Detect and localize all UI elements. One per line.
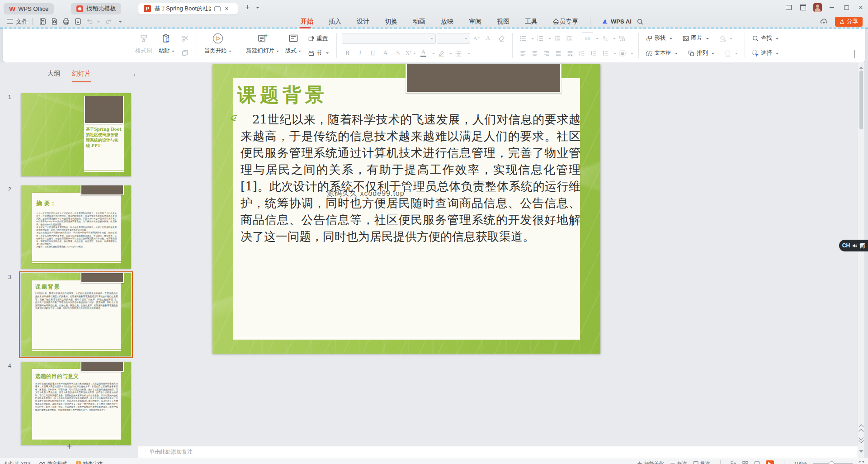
- tab-tools[interactable]: 工具: [517, 18, 545, 26]
- output-pdf-icon[interactable]: [72, 17, 84, 27]
- arrange-button[interactable]: 排列: [686, 49, 716, 57]
- slide-thumbnail-2[interactable]: 2 摘 要： 二十一世纪我们的社会进入了信息时代，信息管理系统的建立，大大提高了…: [0, 185, 138, 269]
- tab-home[interactable]: 开始: [293, 18, 321, 26]
- save-icon[interactable]: [37, 17, 48, 27]
- section-button[interactable]: 节: [306, 49, 330, 57]
- print-icon[interactable]: [60, 17, 72, 27]
- shape-outline-button[interactable]: [722, 50, 740, 57]
- tab-outline[interactable]: 大纲: [47, 70, 60, 82]
- smart-beautify[interactable]: 智能美化: [637, 460, 664, 464]
- tab-insert[interactable]: 插入: [321, 18, 349, 26]
- align-center-icon[interactable]: [529, 48, 540, 59]
- undo-chevron-icon[interactable]: [97, 21, 100, 24]
- compat-mode[interactable]: 兼容模式: [39, 460, 67, 464]
- increase-font-icon[interactable]: A⁺: [471, 33, 483, 44]
- close-button[interactable]: ×: [854, 0, 868, 15]
- tab-view[interactable]: 视图: [489, 18, 517, 26]
- tab-transition[interactable]: 切换: [377, 18, 405, 26]
- slide-body-text[interactable]: 21世纪以来，随着科学技术的飞速发展，人们对信息的要求越来越高，于是传统的信息技…: [241, 111, 580, 245]
- highlight-color-icon[interactable]: [436, 48, 447, 59]
- tab-slides[interactable]: 幻灯片: [72, 70, 91, 82]
- minimize-button[interactable]: [825, 0, 839, 15]
- editing-canvas[interactable]: 课题背景 21世纪以来，随着科学技术的飞速发展，人们对信息的要求越来越高，于是传…: [138, 62, 858, 446]
- file-menu-icon[interactable]: [7, 19, 13, 24]
- tab-design[interactable]: 设计: [349, 18, 377, 26]
- ime-indicator[interactable]: CH 简: [839, 240, 868, 251]
- underline-button[interactable]: U: [367, 48, 379, 59]
- select-button[interactable]: 选择: [750, 49, 780, 57]
- layout-button[interactable]: 版式: [282, 28, 304, 63]
- cut-icon[interactable]: [179, 33, 191, 44]
- fill-color-button[interactable]: [717, 35, 734, 42]
- current-slide[interactable]: 课题背景 21世纪以来，随着科学技术的飞速发展，人们对信息的要求越来越高，于是传…: [212, 64, 600, 354]
- accent-box[interactable]: [406, 64, 561, 93]
- convert-smartart-icon[interactable]: [617, 33, 627, 44]
- slide-title[interactable]: 课题背景: [237, 82, 328, 108]
- tab-wps-ai[interactable]: WPS AI: [602, 18, 632, 25]
- bold-button[interactable]: B: [342, 48, 354, 59]
- tab-review[interactable]: 审阅: [461, 18, 489, 26]
- find-button[interactable]: 查找: [750, 34, 780, 42]
- tab-slideshow[interactable]: 放映: [433, 18, 461, 26]
- undo-icon[interactable]: [84, 17, 95, 27]
- numbered-list-icon[interactable]: 123: [535, 33, 546, 44]
- textbox-button[interactable]: A 文本框: [644, 49, 680, 57]
- shapes-button[interactable]: 形状: [644, 34, 674, 42]
- new-tab-button[interactable]: +: [245, 3, 250, 12]
- align-left-icon[interactable]: [518, 48, 528, 59]
- paste-button[interactable]: 粘贴: [156, 28, 178, 63]
- scroll-down-icon[interactable]: [859, 450, 863, 455]
- superscript-button[interactable]: X²: [405, 48, 417, 59]
- slideshow-play-button[interactable]: [766, 460, 774, 464]
- zoom-slider-knob[interactable]: [829, 461, 835, 464]
- line-spacing-icon[interactable]: [600, 48, 611, 59]
- slide-thumbnail-4[interactable]: 4 选题的目的与意义 本文研究的目标是通过对各种功能模块单元进行集成的整合，从而…: [0, 362, 138, 445]
- share-button[interactable]: 分享: [835, 17, 863, 27]
- strikethrough-button[interactable]: A: [380, 48, 392, 59]
- comments-toggle[interactable]: 批注: [693, 460, 710, 464]
- font-family-select[interactable]: [342, 33, 436, 44]
- normal-view-icon[interactable]: [731, 458, 736, 464]
- add-slide-button[interactable]: +: [0, 441, 138, 452]
- tab-list-chevron-icon[interactable]: [256, 7, 259, 10]
- slide-thumbnail-3-selected[interactable]: 3 课题背景 21世纪以来，随着科学技术的飞速发展，人们对信息的要求越来越高，于…: [0, 273, 138, 356]
- close-tab-icon[interactable]: ×: [225, 5, 228, 12]
- slide-sorter-icon[interactable]: [742, 458, 748, 464]
- phonetic-guide-button[interactable]: wén文: [453, 48, 465, 59]
- tab-template-store[interactable]: 找稻壳模板: [71, 3, 121, 14]
- increase-indent-icon[interactable]: [564, 33, 575, 44]
- bullet-list-icon[interactable]: [518, 33, 528, 44]
- notes-bar[interactable]: 单击此处添加备注: [138, 446, 858, 458]
- tab-animation[interactable]: 动画: [405, 18, 433, 26]
- scroll-up-icon[interactable]: [859, 64, 863, 69]
- missing-fonts[interactable]: ! 缺失字体: [76, 460, 103, 464]
- skin-settings-icon[interactable]: [796, 0, 810, 15]
- decrease-indent-icon[interactable]: [552, 33, 563, 44]
- decrease-font-icon[interactable]: A⁻: [484, 33, 495, 44]
- print-preview-icon[interactable]: [48, 17, 60, 27]
- notes-toggle[interactable]: 备注: [670, 460, 687, 464]
- vertical-scrollbar[interactable]: [858, 62, 864, 458]
- scrollbar-thumb[interactable]: [859, 71, 863, 129]
- cloud-upload-icon[interactable]: [818, 17, 830, 27]
- reading-view-icon[interactable]: [754, 458, 760, 464]
- paragraph-spacing-icon[interactable]: [588, 48, 599, 59]
- align-right-icon[interactable]: [541, 48, 552, 59]
- play-from-current-button[interactable]: 当页开始: [201, 28, 235, 63]
- fullscreen-icon[interactable]: [859, 458, 864, 464]
- reset-button[interactable]: 重置: [306, 35, 330, 43]
- search-icon[interactable]: [634, 17, 646, 27]
- text-shadow-button[interactable]: S: [392, 48, 404, 59]
- font-size-select[interactable]: [437, 33, 470, 44]
- next-slide-icon[interactable]: [859, 437, 863, 444]
- redo-icon[interactable]: [103, 17, 114, 27]
- workspace-icon[interactable]: [781, 0, 796, 15]
- italic-button[interactable]: I: [354, 48, 366, 59]
- tab-wps-home[interactable]: W WPS Office: [4, 3, 54, 14]
- quickbar-more-chevron-icon[interactable]: [119, 21, 122, 24]
- copy-icon[interactable]: [179, 47, 191, 58]
- line-spacing-before-icon[interactable]: [576, 48, 587, 59]
- format-painter-button[interactable]: 格式刷: [132, 28, 156, 63]
- collapse-ribbon-icon[interactable]: [854, 50, 859, 53]
- maximize-button[interactable]: [839, 0, 854, 15]
